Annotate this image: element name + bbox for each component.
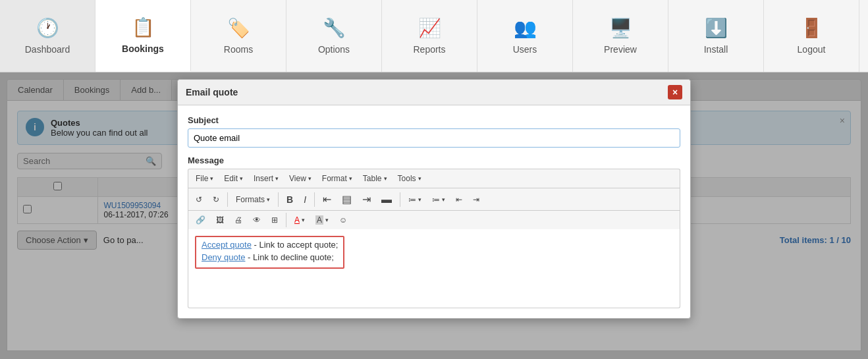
table-arrow-icon: ▾ — [384, 175, 387, 182]
nav-rooms-label: Rooms — [224, 44, 253, 55]
nav-dashboard-label: Dashboard — [25, 44, 70, 55]
toolbar-format-btn[interactable]: Format ▾ — [317, 171, 357, 186]
deny-quote-suffix: - Link to decline quote; — [246, 252, 334, 262]
toolbar-bold-btn[interactable]: B — [282, 192, 298, 207]
content-area: Calendar Bookings Add b... i Quotes Belo… — [0, 72, 868, 359]
deny-quote-link[interactable]: Deny quote — [202, 252, 246, 262]
toolbar-source-btn[interactable]: ⊞ — [267, 213, 283, 227]
toolbar-undo-btn[interactable]: ↺ — [191, 192, 207, 207]
toolbar-link-btn[interactable]: 🔗 — [191, 213, 210, 227]
toolbar-outdent-btn[interactable]: ⇤ — [451, 192, 467, 207]
tools-arrow-icon: ▾ — [418, 175, 421, 182]
nav-users-label: Users — [513, 44, 537, 55]
modal-body: Subject Message File ▾ Edit ▾ Insert — [178, 105, 690, 318]
install-icon: ⬇️ — [705, 17, 728, 39]
nav-rooms[interactable]: 🏷️ Rooms — [191, 0, 286, 72]
list-ol-arrow-icon: ▾ — [442, 196, 445, 203]
nav-preview-label: Preview — [604, 44, 637, 55]
nav-users[interactable]: 👥 Users — [477, 0, 573, 72]
toolbar-italic-btn[interactable]: I — [299, 192, 311, 207]
toolbar-row3: 🔗 🖼 🖨 👁 ⊞ A ▾ A ▾ ☺ — [188, 210, 680, 229]
toolbar-sep-5 — [286, 213, 286, 227]
subject-input[interactable] — [188, 128, 680, 148]
nav-reports[interactable]: 📈 Reports — [382, 0, 477, 72]
toolbar-align-center-btn[interactable]: ▤ — [337, 190, 356, 208]
file-label: File — [196, 174, 208, 183]
font-color-arrow-icon: ▾ — [302, 217, 305, 223]
nav-logout[interactable]: 🚪 Logout — [764, 0, 859, 72]
editor-area[interactable]: Accept quote - Link to accept quote; Den… — [188, 229, 680, 308]
nav-options[interactable]: 🔧 Options — [286, 0, 382, 72]
users-icon: 👥 — [514, 17, 537, 39]
modal-title: Email quote — [186, 87, 238, 97]
accept-quote-line: Accept quote - Link to accept quote; — [202, 240, 338, 250]
view-label: View — [289, 174, 306, 183]
toolbar-row1: File ▾ Edit ▾ Insert ▾ View ▾ — [188, 169, 680, 188]
editor-content-box: Accept quote - Link to accept quote; Den… — [195, 236, 344, 269]
nav-logout-label: Logout — [798, 44, 826, 55]
nav-options-label: Options — [318, 44, 350, 55]
toolbar-emoji-btn[interactable]: ☺ — [335, 213, 352, 227]
insert-arrow-icon: ▾ — [275, 175, 279, 182]
subject-label: Subject — [188, 115, 680, 125]
email-quote-modal: Email quote × Subject Message File ▾ — [177, 79, 691, 319]
toolbar-sep-3 — [314, 192, 315, 207]
list-ul-arrow-icon: ▾ — [418, 196, 421, 203]
nav-preview[interactable]: 🖥️ Preview — [573, 0, 668, 72]
toolbar-preview-btn[interactable]: 👁 — [248, 213, 265, 227]
toolbar-align-justify-btn[interactable]: ▬ — [377, 191, 396, 208]
toolbar-table-btn[interactable]: Table ▾ — [358, 171, 392, 186]
formats-arrow-icon: ▾ — [267, 196, 270, 203]
message-label: Message — [188, 155, 680, 165]
font-color-label: A — [294, 215, 300, 225]
formats-label: Formats — [236, 195, 265, 204]
modal-header: Email quote × — [178, 80, 690, 105]
view-arrow-icon: ▾ — [308, 175, 312, 182]
toolbar-sep-2 — [278, 192, 279, 207]
logout-icon: 🚪 — [800, 17, 823, 39]
modal-close-button[interactable]: × — [668, 85, 682, 99]
accept-quote-link[interactable]: Accept quote — [202, 240, 252, 250]
file-arrow-icon: ▾ — [210, 175, 213, 182]
accept-quote-suffix: - Link to accept quote; — [252, 240, 339, 250]
nav-install[interactable]: ⬇️ Install — [668, 0, 764, 72]
nav-install-label: Install — [704, 44, 728, 55]
bookings-icon: 📋 — [132, 16, 155, 38]
toolbar-file-btn[interactable]: File ▾ — [191, 171, 218, 186]
toolbar-bg-color-btn[interactable]: A ▾ — [311, 213, 333, 227]
toolbar-indent-btn[interactable]: ⇥ — [468, 192, 484, 207]
toolbar-redo-btn[interactable]: ↻ — [208, 192, 224, 207]
nav-bookings[interactable]: 📋 Bookings — [95, 0, 191, 72]
toolbar-align-left-btn[interactable]: ⇤ — [318, 190, 336, 208]
toolbar-insert-btn[interactable]: Insert ▾ — [249, 171, 283, 186]
toolbar-print-btn[interactable]: 🖨 — [230, 213, 247, 227]
toolbar-list-ol-btn[interactable]: ≔▾ — [427, 192, 450, 207]
dashboard-icon: 🕐 — [36, 17, 59, 39]
toolbar-tools-btn[interactable]: Tools ▾ — [393, 171, 426, 186]
nav-reports-label: Reports — [413, 44, 445, 55]
toolbar-sep-4 — [400, 192, 400, 207]
format-label: Format — [322, 174, 347, 183]
nav-dashboard[interactable]: 🕐 Dashboard — [0, 0, 95, 72]
edit-label: Edit — [224, 174, 238, 183]
toolbar-image-btn[interactable]: 🖼 — [211, 213, 229, 227]
toolbar-formats-btn[interactable]: Formats ▾ — [231, 192, 275, 207]
toolbar-edit-btn[interactable]: Edit ▾ — [219, 171, 248, 186]
insert-label: Insert — [254, 174, 273, 183]
modal-overlay: Email quote × Subject Message File ▾ — [0, 72, 868, 359]
toolbar-align-right-btn[interactable]: ⇥ — [358, 190, 375, 208]
rooms-icon: 🏷️ — [227, 17, 250, 39]
bg-color-arrow-icon: ▾ — [325, 217, 329, 223]
options-icon: 🔧 — [323, 17, 346, 39]
tools-label: Tools — [398, 174, 416, 183]
toolbar-row2: ↺ ↻ Formats ▾ B I ⇤ ▤ ⇥ ▬ ≔▾ — [188, 188, 680, 210]
table-label: Table — [363, 174, 382, 183]
toolbar-sep-1 — [227, 192, 228, 207]
toolbar-font-color-btn[interactable]: A ▾ — [290, 213, 310, 227]
toolbar-view-btn[interactable]: View ▾ — [285, 171, 316, 186]
toolbar-list-ul-btn[interactable]: ≔▾ — [404, 192, 426, 207]
reports-icon: 📈 — [418, 17, 441, 39]
edit-arrow-icon: ▾ — [240, 175, 243, 182]
nav-bookings-label: Bookings — [122, 43, 164, 54]
bg-color-label: A — [315, 215, 323, 225]
